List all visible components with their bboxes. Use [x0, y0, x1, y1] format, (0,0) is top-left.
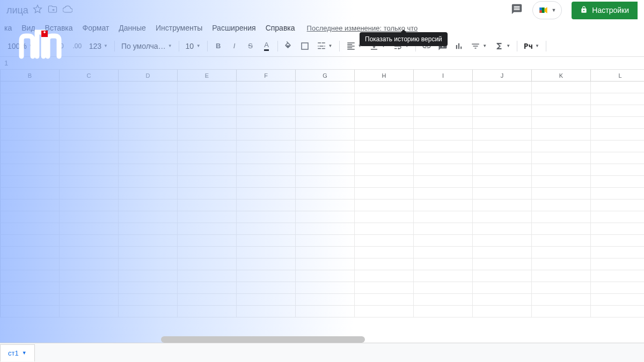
cell[interactable] — [1, 294, 60, 305]
cell[interactable] — [414, 152, 473, 164]
increase-decimal-button[interactable]: .00 — [70, 39, 85, 54]
cell[interactable] — [355, 176, 414, 187]
cell[interactable] — [60, 211, 119, 223]
horizontal-scrollbar-thumb[interactable] — [161, 336, 365, 343]
cell[interactable] — [237, 235, 296, 246]
cell[interactable] — [60, 306, 119, 317]
cell[interactable] — [532, 270, 591, 282]
cell[interactable] — [60, 270, 119, 282]
cell[interactable] — [237, 82, 296, 93]
cell[interactable] — [473, 211, 532, 223]
column-header[interactable]: B — [1, 70, 60, 81]
cell[interactable] — [60, 258, 119, 270]
cloud-status-icon[interactable] — [63, 4, 72, 16]
cell[interactable] — [1, 235, 60, 246]
cell[interactable] — [296, 306, 355, 317]
cell[interactable] — [60, 129, 119, 140]
cell[interactable] — [178, 93, 237, 105]
cell[interactable] — [591, 105, 644, 116]
percent-format-button[interactable]: % — [38, 39, 53, 54]
document-title[interactable]: лица — [6, 5, 28, 16]
cell[interactable] — [591, 164, 644, 175]
cell[interactable] — [296, 282, 355, 293]
cell[interactable] — [237, 247, 296, 258]
cell[interactable] — [119, 188, 178, 199]
cell[interactable] — [532, 294, 591, 305]
apps-script-button[interactable]: Pч▼ — [521, 39, 543, 54]
cell[interactable] — [237, 270, 296, 282]
cell[interactable] — [178, 270, 237, 282]
cell[interactable] — [296, 270, 355, 282]
cell[interactable] — [473, 247, 532, 258]
cell[interactable] — [473, 282, 532, 293]
column-header[interactable]: E — [178, 70, 237, 81]
cell[interactable] — [237, 306, 296, 317]
menu-help[interactable]: Справка — [261, 21, 299, 34]
cell[interactable] — [178, 294, 237, 305]
cell[interactable] — [178, 129, 237, 140]
cell[interactable] — [414, 223, 473, 234]
cell[interactable] — [237, 282, 296, 293]
cell[interactable] — [296, 129, 355, 140]
cell[interactable] — [355, 247, 414, 258]
cell[interactable] — [473, 200, 532, 211]
cell[interactable] — [591, 223, 644, 234]
cell[interactable] — [178, 141, 237, 152]
cell[interactable] — [296, 117, 355, 128]
borders-button[interactable] — [297, 39, 312, 54]
cell[interactable] — [532, 129, 591, 140]
cell[interactable] — [60, 93, 119, 105]
cell[interactable] — [296, 247, 355, 258]
menu-extensions[interactable]: Расширения — [208, 21, 260, 34]
cell[interactable] — [296, 141, 355, 152]
column-header[interactable]: F — [237, 70, 296, 81]
cell[interactable] — [237, 294, 296, 305]
cell[interactable] — [355, 105, 414, 116]
font-select[interactable]: По умолча…▼ — [118, 39, 175, 54]
functions-button[interactable]: ▼ — [491, 39, 514, 54]
cell[interactable] — [473, 294, 532, 305]
fill-color-button[interactable] — [281, 39, 296, 54]
cell[interactable] — [237, 211, 296, 223]
cell[interactable] — [473, 270, 532, 282]
cell[interactable] — [119, 294, 178, 305]
cell[interactable] — [414, 105, 473, 116]
cell[interactable] — [591, 152, 644, 164]
cell[interactable] — [355, 188, 414, 199]
cell[interactable] — [1, 152, 60, 164]
cell[interactable] — [60, 152, 119, 164]
cell[interactable] — [591, 282, 644, 293]
cell[interactable] — [591, 211, 644, 223]
cell[interactable] — [355, 258, 414, 270]
cell[interactable] — [473, 258, 532, 270]
menu-view[interactable]: Вид — [17, 21, 39, 34]
cell[interactable] — [473, 105, 532, 116]
cell[interactable] — [473, 235, 532, 246]
cell[interactable] — [296, 105, 355, 116]
strikethrough-button[interactable]: S — [243, 39, 258, 54]
menu-format[interactable]: Формат — [78, 21, 114, 34]
cell[interactable] — [119, 82, 178, 93]
cell[interactable] — [473, 176, 532, 187]
cell[interactable] — [414, 176, 473, 187]
cell[interactable] — [414, 82, 473, 93]
cell[interactable] — [119, 129, 178, 140]
cell[interactable] — [1, 117, 60, 128]
cell[interactable] — [355, 294, 414, 305]
cell[interactable] — [237, 152, 296, 164]
cell[interactable] — [473, 164, 532, 175]
cell[interactable] — [60, 223, 119, 234]
cell[interactable] — [119, 258, 178, 270]
cell[interactable] — [355, 141, 414, 152]
cell[interactable] — [178, 247, 237, 258]
comment-history-icon[interactable] — [511, 3, 523, 17]
cell[interactable] — [178, 117, 237, 128]
cell[interactable] — [414, 282, 473, 293]
cell[interactable] — [414, 93, 473, 105]
cell[interactable] — [178, 306, 237, 317]
cell[interactable] — [119, 247, 178, 258]
cell[interactable] — [237, 105, 296, 116]
cell[interactable] — [473, 188, 532, 199]
cell[interactable] — [355, 223, 414, 234]
cell[interactable] — [60, 294, 119, 305]
